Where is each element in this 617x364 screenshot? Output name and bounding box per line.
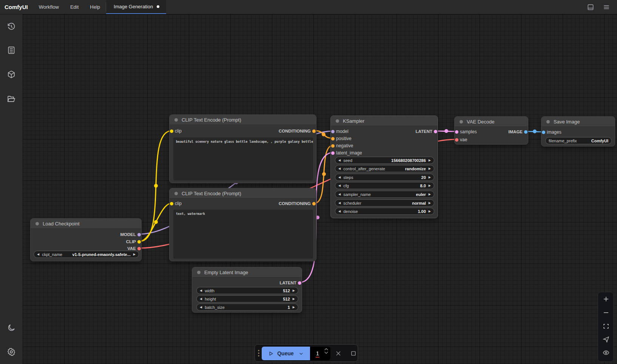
scheduler-widget[interactable]: ◀ scheduler normal ▶: [335, 199, 434, 207]
next-arrow-icon[interactable]: ▶: [293, 306, 295, 309]
drag-handle-icon[interactable]: •••: [257, 349, 260, 357]
next-arrow-icon[interactable]: ▶: [133, 253, 136, 256]
queue-dropdown-chevron-icon[interactable]: [299, 351, 304, 356]
latent-port[interactable]: [331, 151, 335, 155]
menu-workflow[interactable]: Workflow: [33, 0, 65, 14]
prev-arrow-icon[interactable]: ◀: [200, 306, 202, 309]
node-clip-text-encode-positive[interactable]: CLIP Text Encode (Prompt) clip CONDITION…: [169, 114, 316, 183]
comfyui-logo[interactable]: ComfyUI: [0, 0, 33, 14]
prev-arrow-icon[interactable]: ◀: [338, 202, 341, 205]
denoise-widget[interactable]: ◀ denoise 1.00 ▶: [335, 208, 434, 215]
next-arrow-icon[interactable]: ▶: [429, 202, 431, 205]
fit-view-icon[interactable]: [603, 323, 609, 330]
node-load-checkpoint[interactable]: Load Checkpoint MODEL CLIP VAE ◀ ckpt_na…: [30, 218, 142, 261]
model-library-icon[interactable]: [7, 70, 16, 79]
collapse-dot[interactable]: [174, 118, 178, 122]
steps-widget[interactable]: ◀ steps 20 ▶: [335, 174, 434, 181]
collapse-dot[interactable]: [460, 120, 463, 123]
ckpt-name-widget[interactable]: ◀ ckpt_name v1-5-pruned-emaonly.safete..…: [34, 251, 139, 258]
next-arrow-icon[interactable]: ▶: [429, 167, 431, 170]
node-title-bar[interactable]: Empty Latent Image: [192, 267, 302, 278]
zoom-in-icon[interactable]: [603, 296, 609, 302]
seed-widget[interactable]: ◀ seed 156680208700286 ▶: [335, 157, 434, 164]
node-empty-latent-image[interactable]: Empty Latent Image LATENT ◀ width 512 ▶ …: [192, 267, 302, 313]
latent-port[interactable]: [434, 130, 437, 133]
next-arrow-icon[interactable]: ▶: [429, 193, 431, 196]
node-title-bar[interactable]: Load Checkpoint: [31, 219, 141, 229]
select-mode-cursor-icon[interactable]: [603, 336, 609, 343]
collapse-dot[interactable]: [35, 222, 39, 225]
prev-arrow-icon[interactable]: ◀: [200, 289, 202, 292]
filename-prefix-widget[interactable]: filename_prefix ComfyUI: [545, 137, 612, 144]
collapse-dot[interactable]: [336, 119, 339, 123]
batch-size-widget[interactable]: ◀ batch_size 1 ▶: [196, 304, 298, 311]
width-widget[interactable]: ◀ width 512 ▶: [196, 287, 298, 294]
node-title-bar[interactable]: KSampler: [331, 116, 438, 126]
node-title-bar[interactable]: VAE Decode: [455, 117, 528, 127]
sampler-name-widget[interactable]: ◀ sampler_name euler ▶: [335, 191, 434, 198]
prev-arrow-icon[interactable]: ◀: [338, 176, 341, 179]
output-slot-image: IMAGE: [455, 128, 528, 135]
prev-arrow-icon[interactable]: ◀: [338, 159, 341, 162]
batch-count-input[interactable]: 1: [310, 347, 330, 360]
zoom-out-icon[interactable]: [603, 309, 609, 316]
toggle-links-eye-icon[interactable]: [603, 349, 609, 356]
batch-count-value[interactable]: 1: [316, 350, 319, 356]
node-vae-decode[interactable]: VAE Decode samples IMAGE vae: [454, 116, 528, 145]
collapse-dot[interactable]: [197, 271, 201, 274]
menu-edit[interactable]: Edit: [65, 0, 84, 14]
conditioning-port[interactable]: [312, 202, 316, 205]
queue-history-icon[interactable]: [7, 22, 16, 31]
next-arrow-icon[interactable]: ▶: [293, 289, 295, 292]
next-arrow-icon[interactable]: ▶: [293, 298, 295, 301]
tab-label: Image Generation: [114, 4, 153, 9]
hamburger-menu-icon[interactable]: [603, 3, 610, 11]
next-arrow-icon[interactable]: ▶: [429, 210, 431, 213]
node-library-icon[interactable]: [7, 46, 16, 55]
prev-arrow-icon[interactable]: ◀: [200, 298, 202, 301]
queue-button[interactable]: Queue: [262, 347, 310, 360]
next-arrow-icon[interactable]: ▶: [429, 176, 431, 179]
vae-port[interactable]: [137, 247, 141, 250]
cfg-widget[interactable]: ◀ cfg 8.0 ▶: [335, 182, 434, 189]
spinner-down-icon[interactable]: [324, 352, 328, 354]
theme-toggle-moon-icon[interactable]: [7, 323, 16, 332]
node-title-bar[interactable]: Save Image: [541, 117, 615, 127]
workflows-folder-icon[interactable]: [7, 94, 16, 103]
image-port[interactable]: [524, 130, 528, 134]
model-port[interactable]: [137, 233, 141, 236]
node-ksampler[interactable]: KSampler model LATENT positive negative …: [330, 116, 438, 218]
graph-canvas[interactable]: [23, 14, 617, 364]
settings-gear-icon[interactable]: [7, 347, 16, 356]
image-port[interactable]: [542, 131, 545, 134]
prompt-textarea[interactable]: beautiful scenery nature glass bottle la…: [173, 137, 313, 180]
stop-icon[interactable]: [350, 350, 357, 357]
next-arrow-icon[interactable]: ▶: [429, 184, 431, 187]
prev-arrow-icon[interactable]: ◀: [338, 184, 341, 187]
menu-help[interactable]: Help: [84, 0, 106, 14]
prev-arrow-icon[interactable]: ◀: [338, 193, 341, 196]
node-title-bar[interactable]: CLIP Text Encode (Prompt): [170, 115, 316, 125]
collapse-dot[interactable]: [174, 192, 178, 195]
clip-port[interactable]: [137, 240, 141, 244]
control-after-generate-widget[interactable]: ◀ control_after_generate randomize ▶: [335, 165, 434, 172]
conditioning-port[interactable]: [312, 130, 316, 133]
prev-arrow-icon[interactable]: ◀: [338, 167, 341, 170]
clear-queue-x-icon[interactable]: [335, 350, 342, 357]
conditioning-port[interactable]: [331, 137, 335, 140]
collapse-dot[interactable]: [546, 120, 550, 123]
height-widget[interactable]: ◀ height 512 ▶: [196, 295, 298, 302]
spinner-up-icon[interactable]: [324, 348, 328, 350]
conditioning-port[interactable]: [331, 144, 335, 148]
prev-arrow-icon[interactable]: ◀: [37, 253, 39, 256]
node-clip-text-encode-negative[interactable]: CLIP Text Encode (Prompt) clip CONDITION…: [169, 188, 316, 261]
prev-arrow-icon[interactable]: ◀: [338, 210, 341, 213]
latent-port[interactable]: [298, 281, 301, 285]
tab-image-generation[interactable]: Image Generation: [106, 0, 166, 14]
node-save-image[interactable]: Save Image images filename_prefix ComfyU…: [541, 116, 615, 147]
bottom-panel-icon[interactable]: [587, 3, 594, 11]
next-arrow-icon[interactable]: ▶: [429, 159, 431, 162]
node-title-bar[interactable]: CLIP Text Encode (Prompt): [170, 188, 316, 199]
vae-port[interactable]: [455, 138, 458, 142]
prompt-textarea[interactable]: text, watermark: [173, 210, 313, 259]
